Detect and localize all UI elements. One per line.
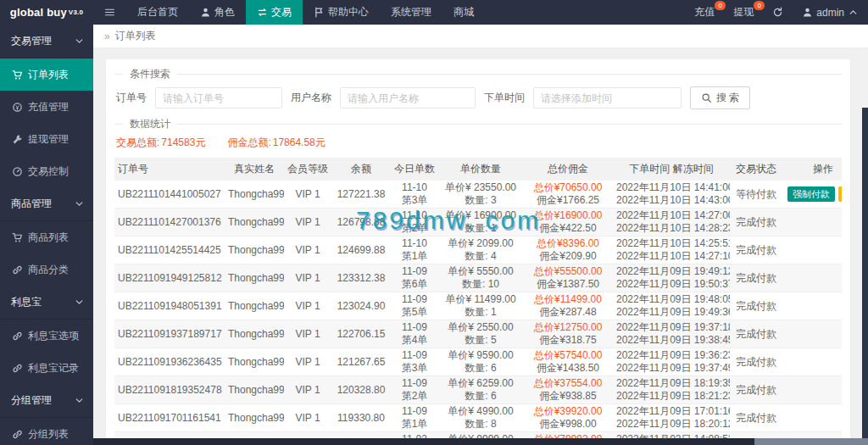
column-header: 余额 bbox=[331, 158, 391, 181]
table-row: UB2211101427001376Thongcha99VIP 1126798.… bbox=[114, 209, 842, 236]
cell-times: 2022年11月09日 19:48:052022年11月09日 19:49:36 bbox=[613, 292, 730, 320]
topnav-item[interactable]: 系统管理 bbox=[380, 0, 442, 25]
horizontal-scrollbar-thumb[interactable] bbox=[93, 438, 754, 445]
cell-price-qty: 单价¥ 4990.00数量: 8 bbox=[438, 404, 523, 432]
order-time: 2022年11月09日 19:36:23 bbox=[616, 349, 726, 362]
topnav-item[interactable]: 角色 bbox=[189, 0, 246, 25]
person-icon bbox=[200, 7, 211, 18]
order-seq: 第5单 bbox=[394, 306, 435, 319]
horizontal-scrollbar[interactable] bbox=[93, 438, 868, 445]
column-header: 交易状态 bbox=[730, 158, 782, 181]
vertical-scrollbar[interactable] bbox=[862, 48, 868, 445]
order-date: 11-09 bbox=[394, 321, 435, 334]
cell-status: 完成付款 bbox=[730, 264, 782, 292]
order-seq: 第4单 bbox=[394, 334, 435, 347]
commission: 佣金¥209.90 bbox=[526, 250, 609, 263]
cell-times: 2022年11月09日 19:36:232022年11月09日 19:37:49 bbox=[613, 348, 730, 376]
sidebar-item[interactable]: 订单列表 bbox=[0, 58, 93, 91]
cell-actions bbox=[782, 292, 842, 320]
filter-field-label: 下单时间 bbox=[484, 91, 525, 105]
cell-order-no: UB2211091937189717 bbox=[114, 320, 225, 348]
commission: 佣金¥318.75 bbox=[526, 334, 609, 347]
order-time: 2022年11月10日 14:25:51 bbox=[616, 237, 726, 250]
order-seq: 第1单 bbox=[394, 250, 435, 263]
force-pay-button[interactable]: 强制付款 bbox=[787, 186, 835, 202]
cell-actions bbox=[782, 320, 842, 348]
cell-status: 完成付款 bbox=[730, 209, 782, 236]
cell-actions bbox=[782, 209, 842, 236]
sidebar-group-0[interactable]: 交易管理 bbox=[0, 25, 93, 58]
cancel-order-button[interactable]: 取消订单 bbox=[838, 186, 842, 202]
sidebar-group-3[interactable]: 分组管理 bbox=[0, 384, 93, 418]
topbar-right-item[interactable]: 充值0 bbox=[685, 0, 724, 25]
sidebar-item[interactable]: 利息宝选项 bbox=[0, 320, 93, 352]
cell-total-commission: 总价¥11499.00佣金¥287.48 bbox=[523, 292, 613, 320]
topbar-right-item[interactable] bbox=[763, 0, 793, 25]
sidebar-item[interactable]: 利息宝记录 bbox=[0, 352, 93, 384]
menu-icon bbox=[104, 7, 115, 18]
search-button[interactable]: 搜 索 bbox=[690, 86, 750, 109]
sidebar-item[interactable]: 商品列表 bbox=[0, 221, 93, 253]
order-time: 2022年11月10日 14:27:00 bbox=[616, 209, 726, 222]
menu-toggle[interactable] bbox=[93, 0, 126, 25]
stats-legend: 数据统计 bbox=[123, 117, 177, 131]
cell-price-qty: 单价¥ 5550.00数量: 10 bbox=[438, 264, 523, 292]
sidebar-group-1[interactable]: 商品管理 bbox=[0, 187, 93, 221]
unit-price: 单价¥ 23550.00 bbox=[442, 181, 520, 194]
sidebar-item[interactable]: 交易控制 bbox=[0, 155, 93, 187]
topnav-item[interactable]: 后台首页 bbox=[126, 0, 189, 25]
cell-today-orders: 11-09第5单 bbox=[391, 292, 438, 320]
table-row: UB2211091701161541Thongcha99VIP 1119330.… bbox=[114, 404, 842, 432]
order-time: 2022年11月09日 19:37:18 bbox=[616, 321, 726, 334]
cart-icon bbox=[12, 70, 23, 81]
topbar-right-item[interactable]: 提现0 bbox=[724, 0, 763, 25]
link-icon bbox=[12, 331, 23, 342]
topnav-item[interactable]: 交易 bbox=[246, 0, 303, 25]
sidebar-item[interactable]: 提现管理 bbox=[0, 123, 93, 155]
table-row: UB2211091819352478Thongcha99VIP 1120328.… bbox=[114, 376, 842, 404]
order-seq: 第2单 bbox=[394, 390, 435, 403]
cell-today-orders: 11-09第2单 bbox=[391, 376, 438, 404]
sidebar-group-2[interactable]: 利息宝 bbox=[0, 286, 93, 320]
topnav-item-label: 后台首页 bbox=[137, 5, 178, 19]
unfreeze-time: 2022年11月09日 19:37:49 bbox=[616, 362, 726, 375]
topbar-right-label: admin bbox=[816, 7, 844, 19]
cell-order-no: UB2211101441005027 bbox=[114, 181, 225, 209]
filter-field-input[interactable] bbox=[533, 87, 682, 108]
topnav-item[interactable]: 商城 bbox=[442, 0, 485, 25]
table-row: UB2211091948051391Thongcha99VIP 1123024.… bbox=[114, 292, 842, 320]
sidebar-item[interactable]: 商品分类 bbox=[0, 253, 93, 286]
cell-total-commission: 总价¥8396.00佣金¥209.90 bbox=[523, 236, 613, 264]
cell-total-commission: 总价¥57540.00佣金¥1438.50 bbox=[523, 348, 613, 376]
unit-price: 单价¥ 4990.00 bbox=[442, 405, 520, 418]
topnav-item[interactable]: 帮助中心 bbox=[303, 0, 380, 25]
order-list-card: 条件搜索 订单号用户名称下单时间搜 索 数据统计 交易总额:714583元佣金总… bbox=[106, 59, 850, 445]
cell-status: 完成付款 bbox=[730, 376, 782, 404]
vertical-scrollbar-thumb[interactable] bbox=[862, 108, 868, 445]
chevron-down-icon bbox=[74, 36, 85, 47]
topbar-right-item[interactable]: admin bbox=[793, 0, 868, 25]
commission: 佣金¥938.85 bbox=[526, 390, 609, 403]
filter-field-input[interactable] bbox=[155, 87, 282, 108]
cell-real-name: Thongcha99 bbox=[225, 209, 284, 236]
commission: 佣金¥287.48 bbox=[526, 306, 609, 319]
search-icon bbox=[701, 92, 712, 103]
order-date: 11-10 bbox=[394, 181, 435, 194]
filter-field-input[interactable] bbox=[340, 87, 476, 108]
cell-balance: 120328.80 bbox=[331, 376, 391, 404]
sidebar-item[interactable]: 分组列表 bbox=[0, 418, 93, 445]
total-price: 总价¥16900.00 bbox=[526, 209, 609, 222]
cell-vip-level: VIP 1 bbox=[284, 404, 331, 432]
cell-real-name: Thongcha99 bbox=[225, 320, 284, 348]
cell-times: 2022年11月09日 19:37:182022年11月09日 19:38:45 bbox=[613, 320, 730, 348]
refresh-icon bbox=[772, 7, 783, 18]
sidebar-item[interactable]: 充值管理 bbox=[0, 91, 93, 123]
sidebar-item-label: 充值管理 bbox=[28, 100, 69, 114]
cell-actions: 强制付款取消订单 bbox=[782, 181, 842, 209]
cell-balance: 122706.15 bbox=[331, 320, 391, 348]
filter-field-label: 订单号 bbox=[116, 91, 147, 105]
total-price: 总价¥12750.00 bbox=[526, 321, 609, 334]
cell-today-orders: 11-09第1单 bbox=[391, 404, 438, 432]
column-header: 下单时间 解冻时间 bbox=[613, 158, 730, 181]
commission: 佣金¥1387.50 bbox=[526, 278, 609, 291]
